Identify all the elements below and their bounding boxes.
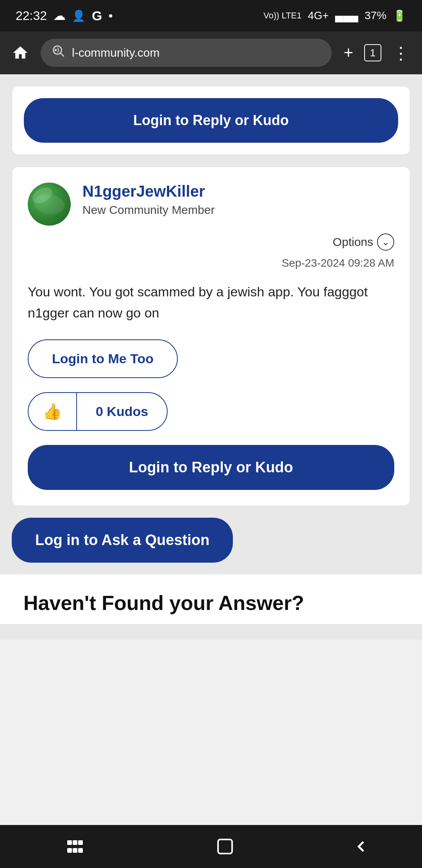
svg-point-2 (55, 49, 57, 51)
tab-count[interactable]: 1 (364, 44, 381, 61)
time: 22:32 (16, 9, 47, 23)
options-label: Options (333, 235, 373, 249)
svg-rect-7 (78, 840, 83, 845)
svg-rect-8 (78, 848, 83, 853)
thumbs-up-icon: 👍 (43, 402, 62, 421)
options-button[interactable]: Options ⌄ (333, 233, 394, 251)
cloud-icon: ☁ (53, 8, 66, 23)
post-timestamp: Sep-23-2024 09:28 AM (28, 257, 394, 269)
address-icon (52, 44, 66, 61)
user-icon: 👤 (72, 9, 86, 22)
signal-bars-icon: ▄▄▄ (335, 9, 358, 22)
kudos-count-button[interactable]: 0 Kudos (76, 392, 168, 431)
status-right: Vo)) LTE1 4G+ ▄▄▄ 37% 🔋 (263, 9, 406, 22)
options-chevron-icon: ⌄ (377, 233, 394, 251)
svg-rect-4 (73, 840, 77, 845)
svg-rect-6 (73, 848, 77, 853)
bottom-nav (0, 825, 422, 868)
me-too-button[interactable]: Login to Me Too (28, 339, 178, 378)
footer-section: Haven't Found your Answer? (0, 574, 422, 624)
home-button[interactable] (12, 44, 29, 61)
new-tab-button[interactable]: + (343, 43, 353, 62)
url-text: l-community.com (72, 46, 159, 59)
address-bar[interactable]: l-community.com (41, 39, 332, 67)
google-icon: G (92, 8, 102, 23)
dot-icon: • (109, 9, 113, 23)
user-info: N1ggerJewKiller New Community Member (28, 183, 394, 226)
browser-actions: + 1 ⋮ (343, 43, 410, 63)
battery-icon: 🔋 (393, 9, 406, 22)
browser-chrome: l-community.com + 1 ⋮ (0, 31, 422, 74)
top-login-reply-button[interactable]: Login to Reply or Kudo (24, 98, 398, 143)
post-meta: Options ⌄ (28, 233, 394, 251)
user-details: N1ggerJewKiller New Community Member (82, 183, 394, 217)
nav-menu-button[interactable] (52, 831, 98, 862)
nav-home-button[interactable] (202, 831, 249, 862)
svg-line-1 (61, 53, 64, 57)
username: N1ggerJewKiller (82, 183, 394, 200)
nav-back-button[interactable] (352, 837, 370, 856)
network-speed: 4G+ (308, 9, 329, 22)
user-role: New Community Member (82, 203, 394, 217)
status-bar: 22:32 ☁ 👤 G • Vo)) LTE1 4G+ ▄▄▄ 37% 🔋 (0, 0, 422, 31)
top-partial-card: Login to Reply or Kudo (12, 86, 410, 155)
status-left: 22:32 ☁ 👤 G • (16, 8, 113, 23)
login-reply-button[interactable]: Login to Reply or Kudo (28, 445, 394, 490)
battery-percent: 37% (365, 9, 386, 22)
kudos-thumb-button[interactable]: 👍 (28, 392, 76, 431)
avatar (28, 183, 71, 226)
svg-rect-9 (218, 839, 232, 854)
menu-button[interactable]: ⋮ (392, 43, 410, 63)
footer-title: Haven't Found your Answer? (23, 590, 399, 617)
comment-card: N1ggerJewKiller New Community Member Opt… (12, 167, 410, 506)
svg-rect-5 (67, 848, 72, 853)
ask-question-button[interactable]: Log in to Ask a Question (12, 518, 233, 563)
kudos-row: 👍 0 Kudos (28, 392, 168, 431)
sim-icon: Vo)) LTE1 (263, 11, 301, 21)
svg-rect-3 (67, 840, 72, 845)
post-body: You wont. You got scammed by a jewish ap… (28, 281, 394, 324)
page-content: Login to Reply or Kudo N1ggerJewKiller N… (0, 74, 422, 640)
